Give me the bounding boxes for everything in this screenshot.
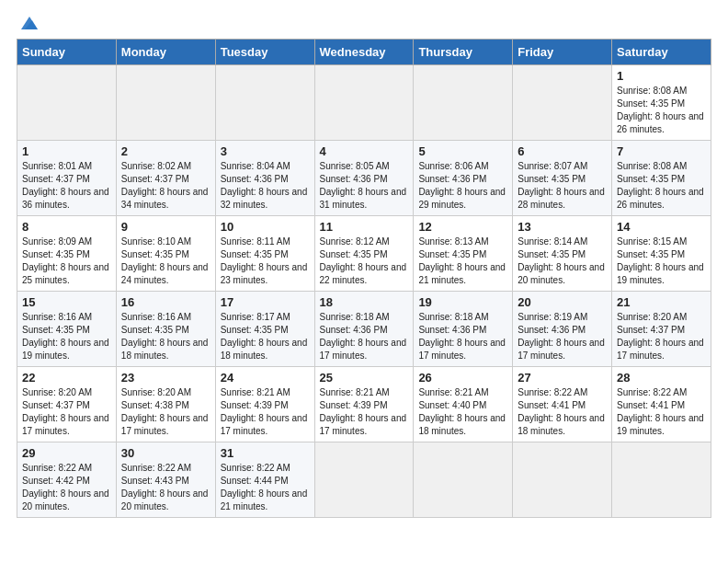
calendar-cell: 20Sunrise: 8:19 AMSunset: 4:36 PMDayligh…: [513, 292, 612, 367]
daylight-text: Daylight: 8 hours and 20 minutes.: [518, 261, 607, 287]
day-number: 20: [518, 295, 607, 309]
page: SundayMondayTuesdayWednesdayThursdayFrid…: [0, 0, 728, 563]
calendar-cell: 13Sunrise: 8:14 AMSunset: 4:35 PMDayligh…: [513, 216, 612, 292]
cell-content: Sunrise: 8:05 AMSunset: 4:36 PMDaylight:…: [320, 160, 409, 212]
day-number: 30: [121, 446, 210, 460]
calendar-cell: 18Sunrise: 8:18 AMSunset: 4:36 PMDayligh…: [314, 292, 414, 367]
sunset-text: Sunset: 4:35 PM: [617, 248, 706, 261]
calendar-cell: [612, 442, 711, 518]
sunrise-text: Sunrise: 8:20 AM: [22, 386, 111, 399]
cell-content: Sunrise: 8:18 AMSunset: 4:36 PMDaylight:…: [418, 311, 507, 362]
logo-icon: [19, 13, 40, 33]
day-number: 2: [121, 144, 210, 158]
day-number: 4: [320, 144, 409, 158]
cell-content: Sunrise: 8:21 AMSunset: 4:39 PMDaylight:…: [221, 386, 310, 438]
sunset-text: Sunset: 4:39 PM: [221, 399, 310, 412]
day-number: 13: [518, 220, 607, 234]
daylight-text: Daylight: 8 hours and 17 minutes.: [221, 412, 310, 438]
sunrise-text: Sunrise: 8:21 AM: [418, 386, 507, 399]
sunrise-text: Sunrise: 8:04 AM: [221, 160, 310, 173]
cell-content: Sunrise: 8:12 AMSunset: 4:35 PMDaylight:…: [320, 236, 409, 287]
calendar-cell: 1Sunrise: 8:01 AMSunset: 4:37 PMDaylight…: [17, 141, 117, 216]
sunset-text: Sunset: 4:35 PM: [518, 248, 607, 261]
calendar-cell: [215, 65, 314, 141]
calendar-cell: [414, 65, 513, 141]
calendar: SundayMondayTuesdayWednesdayThursdayFrid…: [17, 39, 711, 518]
day-number: 22: [22, 371, 111, 385]
sunrise-text: Sunrise: 8:15 AM: [617, 236, 706, 248]
day-number: 10: [221, 220, 310, 234]
sunset-text: Sunset: 4:41 PM: [617, 399, 706, 412]
sunrise-text: Sunrise: 8:14 AM: [518, 236, 607, 248]
calendar-header-thursday: Thursday: [414, 40, 513, 65]
sunrise-text: Sunrise: 8:07 AM: [518, 160, 607, 173]
sunset-text: Sunset: 4:35 PM: [617, 173, 706, 186]
calendar-cell: 10Sunrise: 8:11 AMSunset: 4:35 PMDayligh…: [215, 216, 314, 292]
cell-content: Sunrise: 8:15 AMSunset: 4:35 PMDaylight:…: [617, 236, 706, 287]
sunset-text: Sunset: 4:35 PM: [518, 173, 607, 186]
sunrise-text: Sunrise: 8:20 AM: [617, 311, 706, 324]
cell-content: Sunrise: 8:18 AMSunset: 4:36 PMDaylight:…: [320, 311, 409, 362]
daylight-text: Daylight: 8 hours and 19 minutes.: [617, 412, 706, 438]
calendar-week-row: 1Sunrise: 8:01 AMSunset: 4:37 PMDaylight…: [17, 141, 711, 216]
sunrise-text: Sunrise: 8:20 AM: [121, 386, 210, 399]
calendar-header-wednesday: Wednesday: [314, 40, 414, 65]
day-number: 25: [320, 371, 409, 385]
calendar-cell: 24Sunrise: 8:21 AMSunset: 4:39 PMDayligh…: [215, 367, 314, 442]
sunrise-text: Sunrise: 8:06 AM: [418, 160, 507, 173]
cell-content: Sunrise: 8:08 AMSunset: 4:35 PMDaylight:…: [617, 85, 706, 136]
sunrise-text: Sunrise: 8:12 AM: [320, 236, 409, 248]
day-number: 29: [22, 446, 111, 460]
day-number: 1: [22, 144, 111, 158]
sunset-text: Sunset: 4:39 PM: [320, 399, 409, 412]
calendar-cell: 14Sunrise: 8:15 AMSunset: 4:35 PMDayligh…: [612, 216, 711, 292]
sunset-text: Sunset: 4:43 PM: [121, 475, 210, 488]
sunset-text: Sunset: 4:35 PM: [121, 324, 210, 337]
cell-content: Sunrise: 8:07 AMSunset: 4:35 PMDaylight:…: [518, 160, 607, 212]
cell-content: Sunrise: 8:02 AMSunset: 4:37 PMDaylight:…: [121, 160, 210, 212]
calendar-week-row: 15Sunrise: 8:16 AMSunset: 4:35 PMDayligh…: [17, 292, 711, 367]
calendar-header-monday: Monday: [116, 40, 215, 65]
day-number: 8: [22, 220, 111, 234]
calendar-cell: 19Sunrise: 8:18 AMSunset: 4:36 PMDayligh…: [414, 292, 513, 367]
calendar-cell: 9Sunrise: 8:10 AMSunset: 4:35 PMDaylight…: [116, 216, 215, 292]
daylight-text: Daylight: 8 hours and 31 minutes.: [320, 186, 409, 212]
calendar-header-friday: Friday: [513, 40, 612, 65]
sunrise-text: Sunrise: 8:21 AM: [221, 386, 310, 399]
calendar-cell: 23Sunrise: 8:20 AMSunset: 4:38 PMDayligh…: [116, 367, 215, 442]
sunset-text: Sunset: 4:37 PM: [22, 399, 111, 412]
calendar-cell: [314, 65, 414, 141]
calendar-cell: [17, 65, 117, 141]
daylight-text: Daylight: 8 hours and 18 minutes.: [221, 337, 310, 362]
daylight-text: Daylight: 8 hours and 21 minutes.: [221, 488, 310, 513]
sunset-text: Sunset: 4:35 PM: [617, 98, 706, 110]
daylight-text: Daylight: 8 hours and 18 minutes.: [418, 412, 507, 438]
sunrise-text: Sunrise: 8:09 AM: [22, 236, 111, 248]
calendar-cell: 29Sunrise: 8:22 AMSunset: 4:42 PMDayligh…: [17, 442, 117, 518]
calendar-week-row: 22Sunrise: 8:20 AMSunset: 4:37 PMDayligh…: [17, 367, 711, 442]
calendar-week-row: 1Sunrise: 8:08 AMSunset: 4:35 PMDaylight…: [17, 65, 711, 141]
sunset-text: Sunset: 4:36 PM: [518, 324, 607, 337]
calendar-week-row: 29Sunrise: 8:22 AMSunset: 4:42 PMDayligh…: [17, 442, 711, 518]
calendar-cell: 21Sunrise: 8:20 AMSunset: 4:37 PMDayligh…: [612, 292, 711, 367]
cell-content: Sunrise: 8:08 AMSunset: 4:35 PMDaylight:…: [617, 160, 706, 212]
day-number: 19: [418, 295, 507, 309]
sunset-text: Sunset: 4:35 PM: [221, 324, 310, 337]
sunrise-text: Sunrise: 8:22 AM: [617, 386, 706, 399]
day-number: 14: [617, 220, 706, 234]
day-number: 7: [617, 144, 706, 158]
calendar-cell: 3Sunrise: 8:04 AMSunset: 4:36 PMDaylight…: [215, 141, 314, 216]
sunset-text: Sunset: 4:42 PM: [22, 475, 111, 488]
day-number: 21: [617, 295, 706, 309]
day-number: 12: [418, 220, 507, 234]
sunset-text: Sunset: 4:36 PM: [221, 173, 310, 186]
day-number: 26: [418, 371, 507, 385]
day-number: 3: [221, 144, 310, 158]
sunrise-text: Sunrise: 8:19 AM: [518, 311, 607, 324]
calendar-cell: [513, 65, 612, 141]
cell-content: Sunrise: 8:20 AMSunset: 4:38 PMDaylight:…: [121, 386, 210, 438]
cell-content: Sunrise: 8:22 AMSunset: 4:43 PMDaylight:…: [121, 462, 210, 513]
day-number: 11: [320, 220, 409, 234]
daylight-text: Daylight: 8 hours and 21 minutes.: [418, 261, 507, 287]
calendar-header-tuesday: Tuesday: [215, 40, 314, 65]
